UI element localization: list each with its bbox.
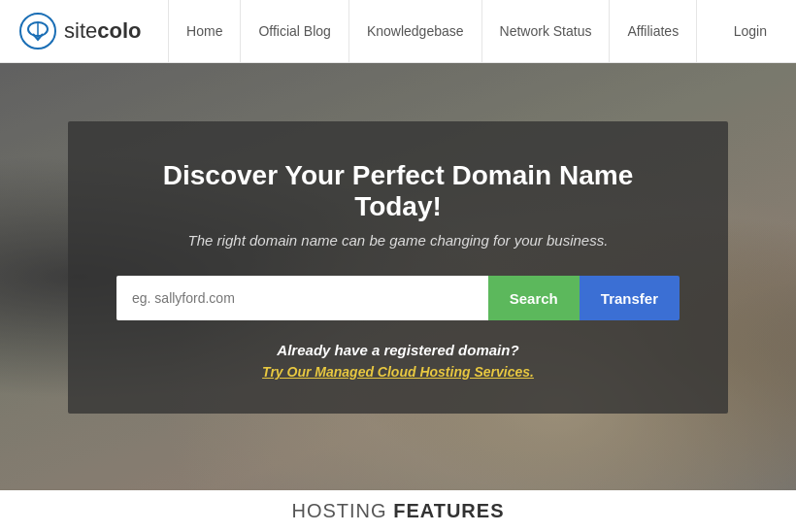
hero-title: Discover Your Perfect Domain Name Today! bbox=[116, 160, 680, 222]
domain-search-row: Search Transfer bbox=[116, 276, 680, 320]
bottom-strip: HOSTING FEATURES bbox=[0, 490, 796, 532]
nav-affiliates[interactable]: Affiliates bbox=[610, 0, 697, 63]
registered-domain-text: Already have a registered domain? bbox=[116, 342, 680, 358]
transfer-button[interactable]: Transfer bbox=[580, 276, 680, 320]
nav-network-status[interactable]: Network Status bbox=[482, 0, 611, 63]
nav-knowledgebase[interactable]: Knowledgebase bbox=[349, 0, 482, 63]
nav-official-blog[interactable]: Official Blog bbox=[241, 0, 348, 63]
logo-icon bbox=[19, 13, 56, 50]
hero-subtitle: The right domain name can be game changi… bbox=[116, 232, 680, 249]
main-nav: Home Official Blog Knowledgebase Network… bbox=[168, 0, 697, 63]
header: sitecolo Home Official Blog Knowledgebas… bbox=[0, 0, 796, 63]
login-button[interactable]: Login bbox=[724, 23, 777, 39]
hero-section: Discover Your Perfect Domain Name Today!… bbox=[0, 63, 796, 490]
hosting-features-label: HOSTING FEATURES bbox=[292, 500, 505, 522]
search-button[interactable]: Search bbox=[488, 276, 580, 320]
nav-home[interactable]: Home bbox=[168, 0, 241, 63]
managed-hosting-link[interactable]: Try Our Managed Cloud Hosting Services. bbox=[116, 364, 680, 380]
hero-content-box: Discover Your Perfect Domain Name Today!… bbox=[68, 121, 728, 414]
domain-search-input[interactable] bbox=[116, 276, 488, 320]
logo-text: sitecolo bbox=[64, 18, 141, 44]
logo[interactable]: sitecolo bbox=[19, 13, 141, 50]
